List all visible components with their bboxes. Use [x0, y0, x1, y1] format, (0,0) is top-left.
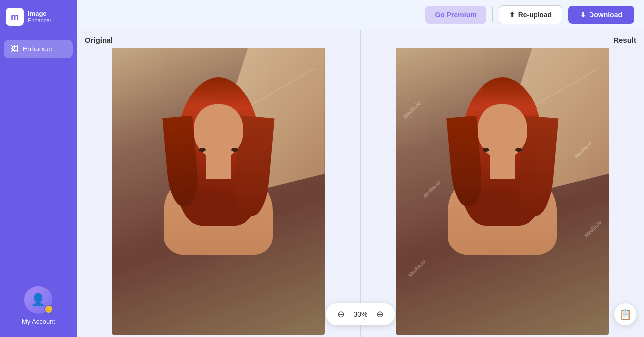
result-image-container: Media.io Media.io Media.io Media.io Medi…	[361, 30, 644, 337]
right-eye	[231, 148, 238, 152]
sidebar-item-label: Enhancer	[23, 45, 53, 53]
sidebar: m Image Enhancer 🖼 Enhancer 👤 👑 My Accou…	[0, 0, 77, 337]
avatar-badge: 👑	[44, 305, 53, 314]
download-label: Download	[589, 11, 622, 19]
zoom-in-icon: ⊕	[376, 309, 384, 320]
go-premium-button[interactable]: Go Premium	[425, 6, 486, 24]
image-area: Original	[77, 30, 644, 337]
zoom-value: 30%	[352, 310, 369, 318]
person-figure	[144, 77, 293, 335]
main-content: Go Premium ⬆ Re-upload ⬇ Download Origin…	[77, 0, 644, 337]
original-image-container	[77, 30, 360, 337]
zoom-out-icon: ⊖	[337, 309, 345, 320]
upload-icon: ⬆	[509, 11, 515, 19]
header-divider	[492, 7, 493, 22]
logo-title: Image	[28, 10, 51, 18]
feedback-icon: 📋	[619, 308, 632, 320]
download-button[interactable]: ⬇ Download	[568, 6, 634, 24]
left-eye-result	[483, 148, 489, 152]
download-icon: ⬇	[580, 11, 586, 19]
person-eyes-result	[483, 148, 522, 152]
feedback-button[interactable]: 📋	[614, 303, 636, 325]
result-photo: Media.io Media.io Media.io Media.io Medi…	[396, 48, 609, 335]
result-panel: Result	[361, 30, 644, 337]
sidebar-item-enhancer[interactable]: 🖼 Enhancer	[4, 40, 73, 58]
reupload-label: Re-upload	[518, 11, 552, 19]
account-area: 👤 👑 My Account	[22, 276, 55, 337]
person-figure-result	[428, 77, 577, 335]
logo-subtitle: Enhancer	[28, 17, 51, 24]
account-label: My Account	[22, 318, 55, 325]
reupload-button[interactable]: ⬆ Re-upload	[499, 5, 562, 24]
logo-icon: m	[6, 8, 24, 26]
enhancer-icon: 🖼	[11, 45, 19, 53]
original-panel: Original	[77, 30, 360, 337]
person-face-result	[478, 104, 527, 159]
left-eye	[199, 148, 206, 152]
person-face	[194, 104, 243, 159]
zoom-out-button[interactable]: ⊖	[334, 307, 348, 321]
person-eyes	[199, 148, 238, 152]
header: Go Premium ⬆ Re-upload ⬇ Download	[77, 0, 644, 30]
logo-area: m Image Enhancer	[0, 0, 77, 34]
logo-letter: m	[11, 12, 19, 22]
original-photo	[112, 48, 325, 335]
zoom-controls: ⊖ 30% ⊕	[326, 303, 395, 325]
original-label: Original	[85, 36, 113, 44]
logo-text: Image Enhancer	[28, 10, 51, 24]
right-eye-result	[515, 148, 522, 152]
avatar-wrapper[interactable]: 👤 👑	[24, 286, 52, 314]
result-label: Result	[613, 36, 636, 44]
zoom-in-button[interactable]: ⊕	[373, 307, 387, 321]
nav-menu: 🖼 Enhancer	[0, 36, 77, 62]
